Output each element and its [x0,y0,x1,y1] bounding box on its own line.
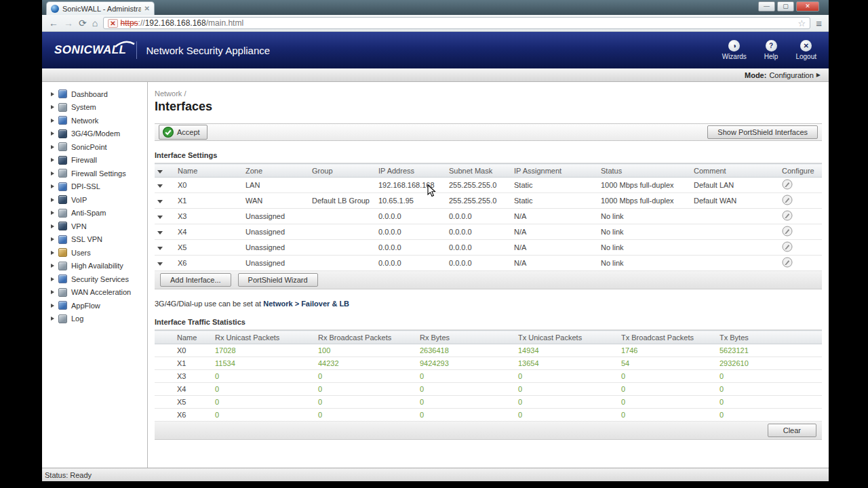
expand-arrow-icon [51,304,54,308]
breadcrumb: Network / [155,89,822,98]
tab-close-icon[interactable]: ✕ [144,5,150,12]
network-icon [58,116,67,125]
table-row: X3 Unassigned 0.0.0.0 0.0.0.0 N/A No lin… [155,209,822,224]
accept-button[interactable]: Accept [159,125,208,140]
close-icon[interactable]: ✕ [796,1,819,12]
back-icon[interactable]: ← [49,18,58,28]
header-expand-icon[interactable] [157,170,163,174]
command-bar: Accept Show PortShield Interfaces [155,123,822,141]
status-bar: Status: Ready [42,468,829,481]
screen: SonicWALL - Administrati ✕ — ▢ ✕ ← → ⟳ ⌂… [0,0,868,488]
table-row: X5 Unassigned 0.0.0.0 0.0.0.0 N/A No lin… [155,240,822,256]
configure-icon[interactable] [782,195,793,205]
expand-arrow-icon [51,105,54,109]
sidebar-item-system[interactable]: System [42,101,147,115]
url-host: 192.168.168.168 [145,18,206,28]
expand-arrow-icon [51,251,54,255]
url-text: https://192.168.168.168/main.html [121,18,243,28]
firewall-icon [58,156,67,165]
row-expand-icon[interactable] [157,262,163,266]
app-header: SONICWALL Network Security Appliance ◑ W… [42,32,829,68]
accept-check-icon [163,127,174,138]
wizards-button[interactable]: ◑ Wizards [722,40,747,60]
sidebar-item-firewall[interactable]: Firewall [42,154,147,167]
browser-toolbar: ← → ⟳ ⌂ ✕ https://192.168.168.168/main.h… [42,15,829,32]
sidebar-item-vpn[interactable]: VPN [42,220,147,233]
vpn-icon [58,222,67,230]
help-button[interactable]: ? Help [764,40,778,60]
expand-arrow-icon [51,119,54,123]
mode-arrow-icon[interactable]: ▶ [816,72,821,78]
stats-actions-bar: Clear [155,422,822,440]
security-services-icon [58,274,67,283]
expand-arrow-icon [51,131,54,136]
bookmark-star-icon[interactable]: ☆ [798,18,806,28]
browser-window: SonicWALL - Administrati ✕ — ▢ ✕ ← → ⟳ ⌂… [42,0,829,481]
forward-icon[interactable]: → [64,18,73,28]
add-interface-button[interactable]: Add Interface... [160,273,231,287]
failover-lb-link[interactable]: Network > Failover & LB [263,300,349,308]
status-text: Status: Ready [45,471,92,479]
address-bar[interactable]: ✕ https://192.168.168.168/main.html ☆ [103,17,810,29]
interface-settings-title: Interface Settings [155,151,822,163]
mode-label: Mode: [745,71,766,79]
show-portshield-button[interactable]: Show PortShield Interfaces [707,125,818,139]
sidebar-item-high-availability[interactable]: High Availability [42,260,147,273]
configure-icon[interactable] [782,210,793,221]
configure-icon[interactable] [782,226,793,237]
sidebar-item-sonicpoint[interactable]: SonicPoint [42,140,147,154]
table-row: X4 Unassigned 0.0.0.0 0.0.0.0 N/A No lin… [155,224,822,240]
expand-arrow-icon [51,290,54,294]
sidebar-item-firewall-settings[interactable]: Firewall Settings [42,167,147,180]
row-expand-icon[interactable] [157,184,163,188]
expand-arrow-icon [51,171,54,176]
browser-tab[interactable]: SonicWALL - Administrati ✕ [46,1,155,15]
expand-arrow-icon [51,277,54,281]
logout-button[interactable]: ✕ Logout [795,40,816,60]
configure-icon[interactable] [782,241,793,252]
configure-icon[interactable] [782,179,793,190]
sidebar-item-log[interactable]: Log [42,312,147,326]
certificate-error-icon[interactable]: ✕ [108,19,117,28]
table-row: X6 Unassigned 0.0.0.0 0.0.0.0 N/A No lin… [155,256,822,271]
traffic-statistics-title: Interface Traffic Statistics [155,318,822,330]
window-controls: — ▢ ✕ [758,1,819,12]
clear-button[interactable]: Clear [768,424,816,437]
sidebar-item-anti-spam[interactable]: Anti-Spam [42,207,147,220]
traffic-statistics-table: Name Rx Unicast Packets Rx Broadcast Pac… [155,330,822,422]
minimize-icon[interactable]: — [758,1,775,12]
expand-arrow-icon [51,211,54,215]
wan-acceleration-icon [58,288,67,297]
row-expand-icon[interactable] [157,247,163,250]
maximize-icon[interactable]: ▢ [777,1,794,12]
row-expand-icon[interactable] [157,200,163,203]
settings-actions-bar: Add Interface... PortShield Wizard [155,271,822,289]
expand-arrow-icon [51,264,54,268]
sidebar-item-network[interactable]: Network [42,114,147,127]
system-icon [58,103,67,112]
mode-value[interactable]: Configuration [769,71,813,79]
page-title: Interfaces [155,100,822,114]
sidebar-item-wan-acceleration[interactable]: WAN Acceleration [42,286,147,300]
sidebar-item-3g4g-modem[interactable]: 3G/4G/Modem [42,127,147,141]
sidebar-item-dashboard[interactable]: Dashboard [42,87,147,101]
sidebar-item-dpi-ssl[interactable]: DPI-SSL [42,180,147,194]
table-row: X6 0 0 0 0 0 0 [155,409,822,422]
sidebar-item-appflow[interactable]: AppFlow [42,299,147,312]
appflow-icon [58,301,67,310]
home-icon[interactable]: ⌂ [92,18,98,28]
reload-icon[interactable]: ⟳ [79,18,87,28]
configure-icon[interactable] [782,257,793,268]
sidebar-item-ssl-vpn[interactable]: SSL VPN [42,233,147,247]
row-expand-icon[interactable] [157,216,163,219]
expand-arrow-icon [51,92,54,96]
browser-menu-icon[interactable]: ≡ [816,18,822,29]
row-expand-icon[interactable] [157,231,163,235]
ssl-vpn-icon [58,235,67,244]
expand-arrow-icon [51,145,54,149]
mode-bar: Mode: Configuration ▶ [42,68,829,82]
sidebar-item-voip[interactable]: VoIP [42,193,147,207]
portshield-wizard-button[interactable]: PortShield Wizard [238,273,318,287]
sidebar-item-users[interactable]: Users [42,246,147,260]
sidebar-item-security-services[interactable]: Security Services [42,272,147,286]
